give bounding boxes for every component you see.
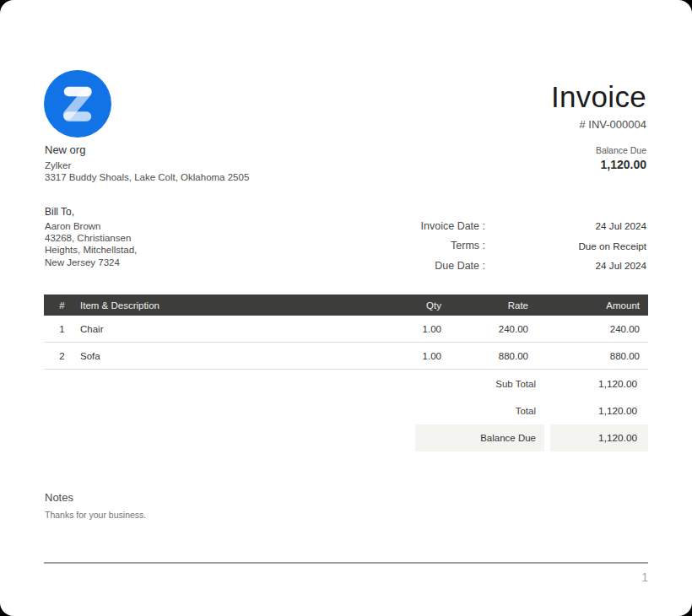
detail-row-terms: Terms : Due on Receipt bbox=[402, 236, 646, 257]
page-number: 1 bbox=[641, 570, 648, 584]
footer-divider bbox=[44, 562, 648, 564]
column-header-rate: Rate bbox=[441, 300, 528, 311]
company-name: New org bbox=[45, 143, 249, 156]
detail-row-due-date: Due Date : 24 Jul 2024 bbox=[402, 256, 646, 276]
column-header-qty: Qty bbox=[365, 300, 441, 311]
balance-due-amount: 1,120.00 bbox=[551, 158, 646, 171]
company-address: 3317 Buddy Shoals, Lake Colt, Oklahoma 2… bbox=[45, 171, 249, 183]
due-date-label: Due Date : bbox=[402, 260, 485, 272]
items-table-header: # Item & Description Qty Rate Amount bbox=[44, 294, 648, 316]
row-rate: 880.00 bbox=[441, 351, 528, 361]
balance-row-value: 1,120.00 bbox=[550, 424, 648, 451]
column-header-amount: Amount bbox=[528, 300, 640, 311]
invoice-date-label: Invoice Date : bbox=[402, 220, 485, 232]
row-rate: 240.00 bbox=[441, 324, 528, 334]
row-qty: 1.00 bbox=[365, 351, 441, 361]
invoice-header: Invoice # INV-000004 Balance Due 1,120.0… bbox=[551, 82, 646, 171]
total-label: Total bbox=[415, 397, 544, 424]
row-index: 2 bbox=[44, 351, 80, 361]
company-logo bbox=[44, 70, 111, 138]
row-item: Sofa bbox=[80, 351, 365, 361]
table-row: 2 Sofa 1.00 880.00 880.00 bbox=[44, 343, 648, 370]
table-row: 1 Chair 1.00 240.00 240.00 bbox=[44, 316, 648, 343]
notes-section: Notes Thanks for your business. bbox=[45, 491, 146, 520]
notes-title: Notes bbox=[45, 491, 146, 504]
bill-to-label: Bill To, bbox=[45, 206, 137, 218]
total-value: 1,120.00 bbox=[550, 397, 648, 424]
invoice-details: Invoice Date : 24 Jul 2024 Terms : Due o… bbox=[402, 216, 646, 276]
balance-due-row: Balance Due 1,120.00 bbox=[415, 424, 648, 451]
totals-section: Sub Total 1,120.00 Total 1,120.00 Balanc… bbox=[415, 370, 648, 451]
notes-body: Thanks for your business. bbox=[45, 510, 146, 520]
row-index: 1 bbox=[44, 324, 80, 334]
bill-to-address-line: New Jersey 7324 bbox=[45, 257, 137, 268]
column-header-index: # bbox=[44, 300, 80, 311]
column-header-item: Item & Description bbox=[80, 300, 365, 311]
bill-to-section: Bill To, Aaron Brown 43268, Christiansen… bbox=[45, 206, 137, 268]
page-title: Invoice bbox=[551, 82, 646, 111]
invoice-date-value: 24 Jul 2024 bbox=[485, 220, 646, 231]
company-org: Zylker bbox=[45, 159, 249, 171]
invoice-number: # INV-000004 bbox=[551, 118, 646, 131]
subtotal-label: Sub Total bbox=[415, 370, 544, 397]
invoice-page: New org Zylker 3317 Buddy Shoals, Lake C… bbox=[0, 0, 692, 616]
subtotal-value: 1,120.00 bbox=[550, 370, 648, 397]
total-row: Total 1,120.00 bbox=[415, 397, 648, 424]
row-amount: 880.00 bbox=[528, 351, 640, 361]
items-table: # Item & Description Qty Rate Amount 1 C… bbox=[44, 294, 648, 370]
row-amount: 240.00 bbox=[528, 324, 640, 334]
row-item: Chair bbox=[80, 324, 365, 334]
logo-z-icon bbox=[44, 70, 111, 138]
balance-row-label: Balance Due bbox=[415, 424, 544, 451]
company-info: New org Zylker 3317 Buddy Shoals, Lake C… bbox=[45, 143, 249, 184]
balance-due-label: Balance Due bbox=[551, 145, 646, 155]
due-date-value: 24 Jul 2024 bbox=[485, 260, 646, 271]
terms-label: Terms : bbox=[402, 240, 485, 251]
bill-to-address-line: Heights, Mitchellstad, bbox=[45, 244, 137, 256]
detail-row-invoice-date: Invoice Date : 24 Jul 2024 bbox=[402, 216, 646, 236]
row-qty: 1.00 bbox=[365, 324, 441, 334]
bill-to-name: Aaron Brown bbox=[45, 220, 137, 232]
terms-value: Due on Receipt bbox=[485, 240, 646, 251]
subtotal-row: Sub Total 1,120.00 bbox=[415, 370, 648, 397]
bill-to-address-line: 43268, Christiansen bbox=[45, 232, 137, 244]
